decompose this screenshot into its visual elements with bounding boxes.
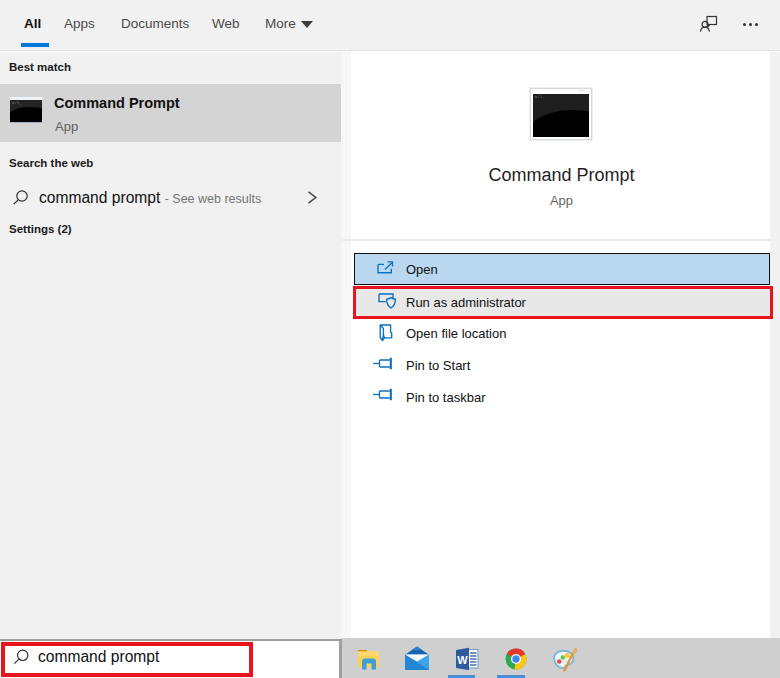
- svg-text:W: W: [457, 654, 468, 666]
